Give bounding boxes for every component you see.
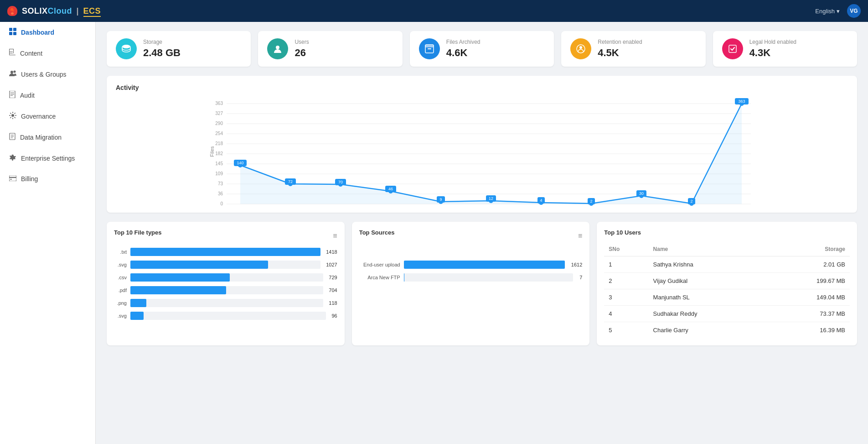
cell-storage: 73.37 MB	[766, 306, 850, 322]
source-track-ftp	[404, 273, 574, 282]
bar-label-csv: .csv	[114, 275, 127, 280]
user-avatar[interactable]: VG	[847, 4, 861, 18]
svg-text:4: 4	[540, 198, 542, 203]
top-file-types-menu[interactable]: ≡	[333, 232, 337, 240]
billing-icon	[9, 175, 16, 183]
source-fill-end-user	[404, 261, 565, 269]
svg-rect-14	[10, 94, 14, 94]
svg-rect-29	[729, 45, 736, 52]
table-row: 2 Vijay Gudikal 199.67 MB	[604, 273, 850, 289]
cell-name: Vijay Gudikal	[649, 273, 766, 289]
svg-text:327: 327	[215, 111, 223, 116]
topnav: SOLIXCloud | ECS English ▾ VG	[0, 0, 868, 22]
main-content: Storage 2.48 GB Users 26 Files Archive	[96, 22, 868, 444]
bar-row-other: .svg 96	[114, 312, 337, 320]
top-file-types-bars: .txt 1418 .svg 1027 .csv	[114, 248, 337, 320]
sidebar-item-content[interactable]: Content	[0, 43, 95, 64]
svg-text:290: 290	[215, 121, 223, 126]
svg-rect-24	[425, 45, 434, 47]
bottom-section: Top 10 File types ≡ .txt 1418 .svg	[107, 222, 857, 345]
svg-text:70: 70	[338, 180, 343, 184]
table-header-row: SNo Name Storage	[604, 242, 850, 256]
logo: SOLIXCloud | ECS	[7, 6, 101, 16]
svg-rect-6	[13, 49, 14, 53]
enterprise-settings-icon	[9, 154, 16, 163]
sidebar-item-audit[interactable]: Audit	[0, 85, 95, 106]
stat-card-storage: Storage 2.48 GB	[107, 31, 251, 67]
bar-label-svg: .svg	[114, 262, 127, 267]
cell-sno: 1	[604, 256, 648, 273]
bar-val-csv: 729	[329, 275, 337, 280]
cell-name: Sathya Krishna	[649, 256, 766, 273]
sidebar-label-enterprise-settings: Enterprise Settings	[21, 155, 75, 162]
cell-sno: 4	[604, 306, 648, 322]
svg-text:30: 30	[639, 191, 644, 196]
bar-row-pdf: .pdf 704	[114, 286, 337, 294]
top-file-types-header: Top 10 File types ≡	[114, 229, 337, 242]
source-row-end-user: End-user upload 1612	[359, 261, 583, 269]
sidebar-label-data-migration: Data Migration	[20, 134, 62, 141]
source-track-end-user	[404, 261, 565, 269]
activity-chart-container: 0 36 73 109 145 182 218 254 290 327 363 …	[116, 97, 848, 208]
cell-sno: 3	[604, 289, 648, 306]
bar-row-svg: .svg 1027	[114, 261, 337, 269]
files-archived-value: 4.6K	[446, 47, 480, 59]
sidebar-item-users-groups[interactable]: Users & Groups	[0, 64, 95, 85]
source-label-ftp: Arca New FTP	[359, 275, 400, 280]
sidebar-label-dashboard: Dashboard	[21, 29, 54, 36]
top-sources-bars: End-user upload 1612 Arca New FTP 7	[359, 261, 583, 282]
svg-rect-20	[10, 179, 12, 180]
users-table-body: 1 Sathya Krishna 2.01 GB 2 Vijay Gudikal…	[604, 256, 850, 339]
sidebar-label-audit: Audit	[20, 92, 35, 99]
language-selector[interactable]: English ▾	[815, 8, 840, 15]
top-sources-title: Top Sources	[359, 229, 395, 236]
logo-icon	[7, 6, 17, 16]
svg-text:218: 218	[215, 141, 223, 146]
sidebar-item-governance[interactable]: Governance	[0, 106, 95, 127]
bar-track-pdf	[130, 286, 323, 294]
svg-rect-1	[13, 28, 16, 31]
svg-text:182: 182	[215, 151, 223, 156]
retention-value: 4.5K	[598, 47, 642, 59]
bar-fill-other	[130, 312, 144, 320]
bar-label-png: .png	[114, 300, 127, 306]
svg-rect-4	[9, 49, 14, 49]
svg-point-11	[14, 71, 16, 73]
logo-ecs: ECS	[83, 6, 101, 17]
sidebar-item-data-migration[interactable]: Data Migration	[0, 127, 95, 148]
retention-icon	[570, 38, 591, 59]
svg-text:363: 363	[215, 101, 223, 106]
svg-rect-7	[9, 55, 16, 55]
svg-text:73: 73	[218, 181, 223, 186]
bar-val-pdf: 704	[329, 287, 337, 293]
cell-storage: 2.01 GB	[766, 256, 850, 273]
svg-rect-19	[9, 177, 16, 178]
activity-svg: 0 36 73 109 145 182 218 254 290 327 363 …	[116, 97, 848, 206]
top-users-panel: Top 10 Users SNo Name Storage 1 Sathya K…	[597, 222, 857, 345]
top-sources-menu[interactable]: ≡	[578, 232, 582, 240]
stat-card-legal-hold: Legal Hold enabled 4.3K	[713, 31, 857, 67]
bar-track-txt	[130, 248, 320, 256]
svg-rect-8	[9, 52, 13, 52]
legal-hold-icon	[722, 38, 743, 59]
content-icon	[9, 49, 16, 58]
retention-label: Retention enabled	[598, 39, 642, 45]
sidebar-label-users-groups: Users & Groups	[21, 71, 67, 78]
sidebar-label-content: Content	[20, 50, 42, 57]
stat-cards: Storage 2.48 GB Users 26 Files Archive	[107, 31, 857, 67]
storage-icon	[116, 38, 137, 59]
svg-text:46: 46	[388, 187, 393, 191]
stat-card-retention: Retention enabled 4.5K	[561, 31, 705, 67]
bar-track-csv	[130, 273, 323, 282]
files-archived-info: Files Archived 4.6K	[446, 39, 480, 59]
sidebar-label-governance: Governance	[21, 113, 56, 120]
stat-card-users: Users 26	[258, 31, 402, 67]
svg-point-16	[11, 114, 14, 117]
files-archived-icon	[419, 38, 440, 59]
sidebar-item-dashboard[interactable]: Dashboard	[0, 22, 95, 43]
legal-hold-info: Legal Hold enabled 4.3K	[749, 39, 796, 59]
audit-icon	[9, 91, 16, 100]
top-users-table: SNo Name Storage 1 Sathya Krishna 2.01 G…	[604, 242, 850, 338]
sidebar-item-enterprise-settings[interactable]: Enterprise Settings	[0, 148, 95, 169]
sidebar-item-billing[interactable]: Billing	[0, 169, 95, 189]
